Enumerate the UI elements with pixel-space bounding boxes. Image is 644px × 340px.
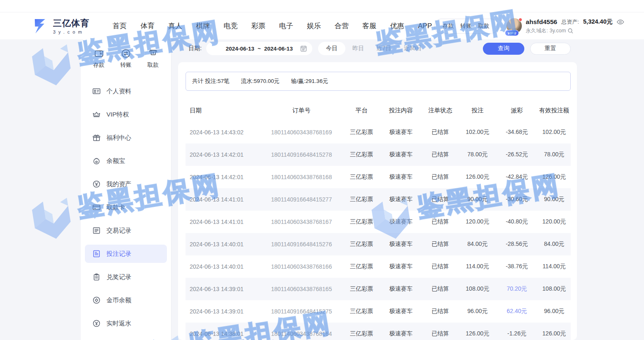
- cell-payout: 70.20元: [496, 285, 538, 293]
- summary-turnover: 流水:5970.00元: [241, 78, 280, 85]
- cell-platform: 三亿彩票: [343, 129, 380, 136]
- wallet-action[interactable]: 存款: [443, 22, 454, 30]
- nav-item[interactable]: 电子: [279, 21, 293, 31]
- cell-valid: 102.00元: [538, 129, 571, 136]
- summary-total: 共计 投注:57笔: [192, 78, 229, 85]
- nav-item[interactable]: 真人: [168, 21, 182, 31]
- nav-item[interactable]: 客服: [362, 21, 376, 31]
- site-logo[interactable]: 三亿体育 3y.com: [31, 17, 89, 35]
- eye-icon[interactable]: [617, 19, 624, 24]
- cell-order: 1801140603438768166: [260, 263, 343, 270]
- cell-status: 已结算: [422, 263, 459, 270]
- avatar[interactable]: VIP 0: [507, 18, 522, 34]
- sidebar-item-icon: [92, 226, 101, 235]
- wallet-action[interactable]: 取款: [478, 22, 490, 30]
- nav-item[interactable]: 棋牌: [196, 21, 210, 31]
- nav-item[interactable]: 首页: [113, 21, 127, 31]
- cell-order: 1801140603438768168: [260, 174, 343, 180]
- cell-valid: 126.00元: [538, 173, 571, 181]
- sidebar-item-label: 福利中心: [106, 134, 131, 142]
- main-nav: 首页体育真人棋牌电竞彩票电子娱乐合营客服优惠APP: [113, 21, 432, 31]
- cell-order: 1801140916648415278: [260, 151, 343, 158]
- sidebar-menu-item[interactable]: 取款卡: [85, 198, 167, 216]
- calendar-icon[interactable]: [300, 45, 307, 53]
- sidebar-menu-item[interactable]: 福利中心: [85, 129, 167, 147]
- sidebar-item-label: 交易记录: [106, 227, 131, 235]
- nav-item[interactable]: 彩票: [251, 21, 265, 31]
- cell-valid: 84.00元: [538, 240, 571, 248]
- sidebar-item-icon: [92, 203, 101, 211]
- sidebar-item-icon: [92, 273, 101, 281]
- cell-stake: 114.00元: [459, 263, 496, 270]
- cell-date: 2024-06-13 14:39:01: [186, 308, 260, 315]
- table-header-row: 日期 订单号 平台 投注内容 注单状态 投注 派彩 有效投注额: [186, 100, 571, 121]
- nav-item[interactable]: 合营: [335, 21, 349, 31]
- sidebar-menu-item[interactable]: 余额宝: [85, 152, 167, 170]
- sidebar-menu-item[interactable]: 交易记录: [85, 221, 167, 240]
- sidebar: 存款 转账 取款: [81, 39, 171, 340]
- quick-action-icon: [148, 49, 158, 58]
- cell-date: 2024-06-13 14:43:02: [186, 129, 260, 136]
- sidebar-menu-item[interactable]: 我的资产: [85, 175, 167, 193]
- logo-domain: 3y.com: [53, 29, 89, 34]
- sidebar-menu-item[interactable]: [85, 338, 167, 340]
- cell-order: 1801140603438768164: [260, 330, 343, 337]
- cell-valid: 108.00元: [538, 285, 571, 293]
- assets-value: 5,324.40元: [583, 17, 613, 26]
- cell-order: 1801140603438768165: [260, 286, 343, 292]
- cell-status: 已结算: [422, 129, 459, 136]
- cell-content: 极速赛车: [380, 151, 422, 158]
- cell-platform: 三亿彩票: [343, 285, 380, 293]
- cell-content: 极速赛车: [380, 173, 422, 181]
- date-from: 2024-06-13: [226, 46, 254, 52]
- quick-range-chips: 今日昨日近7日近30日: [318, 42, 427, 55]
- quick-range-chip[interactable]: 昨日: [347, 42, 369, 55]
- table-row: 2024-06-13 14:40:01 1801140603438768166 …: [186, 255, 571, 278]
- cell-platform: 三亿彩票: [343, 196, 380, 203]
- reset-button[interactable]: 重置: [530, 43, 571, 55]
- quick-range-chip[interactable]: 近30日: [398, 42, 427, 55]
- sidebar-menu-item[interactable]: 个人资料: [85, 82, 167, 100]
- quick-action[interactable]: 存款: [93, 49, 104, 69]
- sidebar-menu-item[interactable]: 实时返水: [85, 314, 167, 333]
- quick-action[interactable]: 转账: [121, 49, 132, 69]
- nav-item[interactable]: APP: [418, 22, 432, 30]
- date-range-input[interactable]: 2024-06-13 ~ 2024-06-13: [206, 42, 312, 55]
- table-row: 2024-06-13 14:42:01 1801140603438768168 …: [186, 166, 571, 188]
- cell-date: 2024-06-13 14:42:01: [186, 151, 260, 158]
- sidebar-menu-item[interactable]: 投注记录: [85, 245, 167, 263]
- cell-platform: 三亿彩票: [343, 218, 380, 226]
- cell-valid: 114.00元: [538, 263, 571, 270]
- cell-order: 1801140916648415275: [260, 308, 343, 315]
- search-icon[interactable]: [567, 28, 574, 34]
- nav-item[interactable]: 优惠: [390, 21, 404, 31]
- domain-label: 永久域名:: [526, 27, 548, 34]
- search-button[interactable]: 查询: [483, 43, 524, 55]
- quick-range-chip[interactable]: 近7日: [371, 42, 397, 55]
- cell-valid: 120.00元: [538, 218, 571, 226]
- filter-bar: 日期: 2024-06-13 ~ 2024-06-13 今日昨日近7日近30日 …: [178, 39, 577, 58]
- wallet-action[interactable]: 转账: [461, 22, 472, 30]
- quick-action-icon: [94, 49, 104, 58]
- nav-item[interactable]: 娱乐: [307, 21, 321, 31]
- nav-item[interactable]: 电竞: [224, 21, 238, 31]
- cell-payout: 62.40元: [496, 308, 538, 315]
- cell-status: 已结算: [422, 218, 459, 226]
- table-row: 2024-06-13 14:39:01 1801140916648415275 …: [186, 300, 571, 323]
- nav-item[interactable]: 体育: [140, 21, 154, 31]
- quick-range-chip[interactable]: 今日: [318, 42, 345, 55]
- bet-records-table: 日期 订单号 平台 投注内容 注单状态 投注 派彩 有效投注额 2024-06-…: [186, 100, 571, 340]
- summary-winloss: 输/赢:291.36元: [291, 78, 328, 85]
- cell-payout: -34.68元: [496, 129, 538, 136]
- sidebar-menu-item[interactable]: VIP特权: [85, 105, 167, 124]
- cell-content: 极速赛车: [380, 240, 422, 248]
- cell-platform: 三亿彩票: [343, 263, 380, 270]
- sidebar-menu-item[interactable]: 金币余额: [85, 291, 167, 309]
- cell-date: 2024-06-13 14:40:01: [186, 263, 260, 270]
- cell-content: 极速赛车: [380, 218, 422, 226]
- sidebar-menu-item[interactable]: 兑奖记录: [85, 268, 167, 286]
- quick-action[interactable]: 取款: [147, 49, 159, 69]
- cell-content: 极速赛车: [380, 308, 422, 315]
- cell-content: 极速赛车: [380, 285, 422, 293]
- records-card: 共计 投注:57笔 流水:5970.00元 输/赢:291.36元 日期 订单号…: [178, 62, 577, 340]
